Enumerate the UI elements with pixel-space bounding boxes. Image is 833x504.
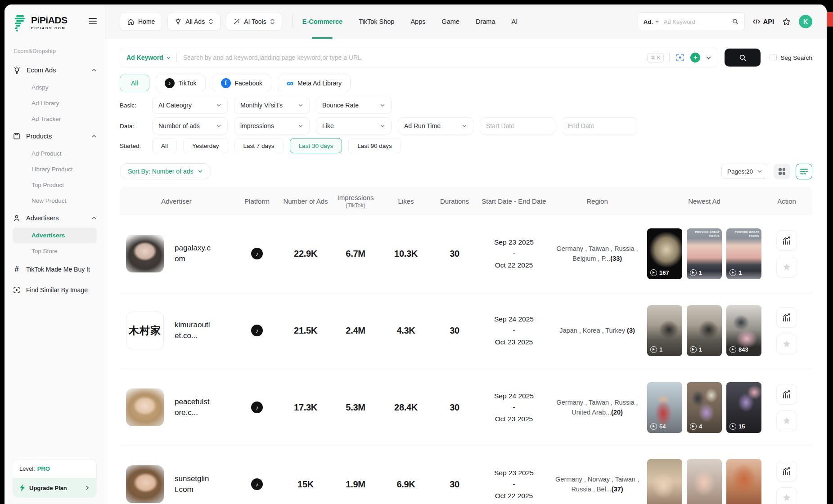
advertiser-name[interactable]: sunsetglint.com	[175, 473, 211, 495]
grid-view-button[interactable]	[774, 164, 790, 179]
tab-drama[interactable]: Drama	[476, 4, 495, 39]
ai-category-select[interactable]: AI Cateogry	[152, 97, 228, 114]
all-ads-menu-button[interactable]: All Ads	[167, 13, 221, 31]
analytics-button[interactable]	[776, 384, 797, 405]
analytics-button[interactable]	[776, 230, 797, 251]
advertiser-name[interactable]: kimuraoutlet.co...	[175, 320, 211, 341]
list-view-button[interactable]	[796, 164, 812, 179]
image-search-icon[interactable]	[675, 53, 685, 62]
ad-video-thumbnail[interactable]: 1	[687, 305, 722, 356]
sidebar-item-top-store[interactable]: Top Store	[13, 243, 97, 259]
search-mode-value: Ad Keyword	[126, 54, 163, 61]
advertiser-avatar[interactable]	[126, 465, 164, 503]
platform-tab-all[interactable]: All	[120, 75, 149, 91]
home-button[interactable]: Home	[120, 13, 162, 31]
monthly-visits-select[interactable]: Monthly Vi'si't's	[234, 97, 310, 114]
tab-game[interactable]: Game	[441, 4, 459, 39]
ad-video-thumbnail[interactable]: 4	[687, 382, 722, 433]
started-last-90-days-button[interactable]: Last 90 days	[348, 138, 401, 153]
quick-search-input[interactable]	[663, 18, 728, 26]
pages-select[interactable]: Pages:20	[721, 164, 768, 179]
upgrade-plan-button[interactable]: Upgrade Plan	[13, 478, 96, 497]
started-all-button[interactable]: All	[152, 138, 177, 153]
search-mode-select[interactable]: Ad Keyword	[126, 54, 171, 61]
sidebar-item-top-product[interactable]: Top Product	[13, 177, 97, 193]
started-yesterday-button[interactable]: Yesterday	[183, 138, 228, 153]
tab-tiktok-shop[interactable]: TikTok Shop	[359, 4, 394, 39]
ai-tools-menu-button[interactable]: AI Tools	[226, 13, 282, 31]
chevron-down-icon	[462, 123, 467, 129]
ad-video-thumbnail[interactable]: 1	[647, 305, 682, 356]
thumbnail-caption: Provide Great Focus	[726, 230, 759, 238]
search-icon[interactable]	[732, 18, 739, 25]
advertiser-avatar[interactable]	[126, 235, 164, 272]
advertiser-avatar[interactable]	[126, 388, 164, 426]
start-date-input[interactable]	[480, 117, 555, 134]
impressions-select[interactable]: impressions	[234, 117, 310, 134]
sidebar-item-tiktok-made-me-buy-it[interactable]: # TikTok Made Me Buy It	[13, 259, 97, 280]
ad-video-thumbnail[interactable]: 15	[726, 382, 761, 433]
sidebar-item-ad-tracker[interactable]: Ad Tracker	[13, 111, 97, 127]
favorites-star-icon[interactable]	[782, 17, 791, 27]
tab-e-commerce[interactable]: E-Commerce	[302, 4, 342, 39]
analytics-button[interactable]	[776, 307, 797, 328]
sidebar-item-adspy[interactable]: Adspy	[13, 80, 97, 95]
sidebar-item-find-similar-by-image[interactable]: Find Similar By Image	[13, 280, 97, 300]
durations-value: 30	[450, 326, 459, 336]
chevron-up-icon	[91, 134, 97, 139]
chevron-down-icon[interactable]	[706, 55, 711, 61]
end-date-input[interactable]	[562, 117, 637, 134]
ad-video-thumbnail[interactable]: 54	[647, 382, 682, 433]
durations-value: 30	[450, 249, 459, 259]
like-select[interactable]: Like	[316, 117, 392, 134]
ad-video-thumbnail[interactable]: 843	[726, 305, 761, 356]
ad-video-thumbnail[interactable]	[647, 459, 682, 504]
number-of-ads-select[interactable]: Number of ads	[152, 117, 228, 134]
favorite-star-button[interactable]	[776, 487, 797, 504]
sidebar-item-new-product[interactable]: New Product	[13, 193, 97, 209]
sidebar-collapse-button[interactable]	[89, 15, 97, 24]
platform-tab-meta-ad-library[interactable]: ∞ Meta Ad Library	[278, 75, 351, 91]
tiktok-icon: ♪	[251, 248, 263, 259]
sidebar-group-products[interactable]: Products	[13, 127, 97, 146]
search-button[interactable]	[725, 49, 761, 67]
tab-ai[interactable]: AI	[512, 4, 518, 39]
user-avatar[interactable]: K	[799, 15, 812, 28]
ad-run-time-select[interactable]: Ad Run Time	[398, 117, 473, 134]
view-count: 1	[659, 346, 662, 353]
ad-video-thumbnail[interactable]	[687, 459, 722, 504]
sidebar-item-library-product[interactable]: Library Product	[13, 161, 97, 177]
add-filter-icon[interactable]: +	[690, 53, 700, 62]
analytics-button[interactable]	[776, 461, 797, 482]
quick-search-type-select[interactable]: Ad.	[644, 18, 659, 25]
favorite-star-button[interactable]	[776, 257, 797, 277]
ad-video-thumbnail[interactable]	[726, 459, 761, 504]
main-search-input[interactable]	[182, 54, 642, 62]
api-link[interactable]: API	[752, 18, 774, 25]
advertiser-name[interactable]: pagalaxy.com	[175, 243, 211, 264]
platform-tab-tiktok[interactable]: ♪ TikTok	[156, 75, 206, 91]
platform-tab-facebook[interactable]: f Facebook	[212, 75, 271, 91]
sidebar-group-ecom-ads[interactable]: Ecom Ads	[13, 61, 97, 80]
sort-by-select[interactable]: Sort By: Number of ads	[120, 163, 211, 179]
platform-tab-label: All	[131, 80, 138, 87]
started-last-7-days-button[interactable]: Last 7 days	[234, 138, 284, 153]
header-platform: Platform	[233, 197, 281, 205]
favorite-star-button[interactable]	[776, 334, 797, 354]
ad-video-thumbnail[interactable]: Provide Great Focus 1	[687, 228, 722, 279]
sidebar-item-ad-product[interactable]: Ad Product	[13, 146, 97, 161]
seg-search-checkbox[interactable]	[770, 54, 777, 61]
header-impressions-main: Impressions	[338, 194, 374, 201]
favorite-star-button[interactable]	[776, 410, 797, 431]
ad-video-thumbnail[interactable]: 167	[647, 228, 682, 279]
bounce-rate-select[interactable]: Bounce Rate	[316, 97, 392, 114]
sidebar-group-advertisers[interactable]: Advertisers	[13, 209, 97, 227]
sidebar-item-advertisers[interactable]: Advertisers	[13, 227, 97, 243]
tab-apps[interactable]: Apps	[410, 4, 425, 39]
started-last-30-days-button[interactable]: Last 30 days	[290, 138, 342, 153]
advertiser-avatar[interactable]: 木村家	[126, 312, 164, 349]
ad-video-thumbnail[interactable]: Provide Great Focus 1	[726, 228, 761, 279]
sidebar-item-ad-library[interactable]: Ad Library	[13, 95, 97, 111]
play-icon	[729, 346, 736, 353]
advertiser-name[interactable]: peacefulstore.c...	[175, 397, 211, 418]
